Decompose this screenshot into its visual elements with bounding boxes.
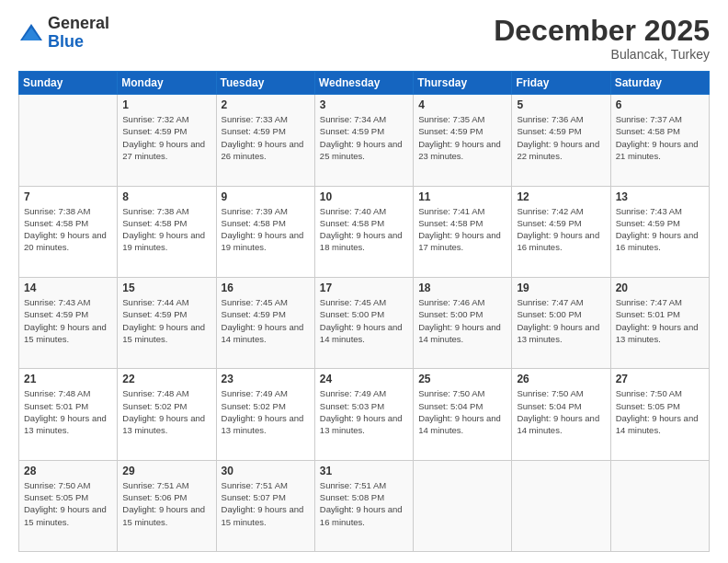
table-row: 8Sunrise: 7:38 AMSunset: 4:58 PMDaylight…: [118, 186, 216, 277]
table-row: [414, 460, 512, 551]
sunrise-text: Sunrise: 7:40 AM: [320, 206, 386, 216]
location-subtitle: Bulancak, Turkey: [494, 47, 710, 62]
day-number: 19: [517, 282, 605, 294]
day-info: Sunrise: 7:48 AMSunset: 5:01 PMDaylight:…: [24, 387, 112, 436]
table-row: 17Sunrise: 7:45 AMSunset: 5:00 PMDayligh…: [314, 277, 413, 368]
logo-icon: [18, 20, 44, 46]
day-number: 21: [24, 373, 112, 385]
day-number: 17: [320, 282, 408, 294]
sunset-text: Sunset: 4:58 PM: [122, 218, 187, 228]
table-row: [19, 95, 118, 186]
table-row: 9Sunrise: 7:39 AMSunset: 4:58 PMDaylight…: [216, 186, 314, 277]
table-row: 29Sunrise: 7:51 AMSunset: 5:06 PMDayligh…: [118, 460, 216, 551]
day-info: Sunrise: 7:47 AMSunset: 5:01 PMDaylight:…: [616, 296, 704, 345]
day-number: 25: [418, 373, 506, 385]
sunrise-text: Sunrise: 7:42 AM: [517, 206, 583, 216]
day-info: Sunrise: 7:36 AMSunset: 4:59 PMDaylight:…: [517, 113, 605, 162]
sunrise-text: Sunrise: 7:45 AM: [320, 297, 386, 307]
sunrise-text: Sunrise: 7:43 AM: [24, 297, 90, 307]
table-row: 11Sunrise: 7:41 AMSunset: 4:58 PMDayligh…: [414, 186, 512, 277]
day-number: 10: [320, 190, 408, 203]
table-row: 7Sunrise: 7:38 AMSunset: 4:58 PMDaylight…: [19, 186, 118, 277]
sunset-text: Sunset: 4:59 PM: [616, 218, 680, 228]
sunset-text: Sunset: 5:01 PM: [24, 401, 88, 411]
day-number: 24: [320, 373, 408, 385]
calendar-header-row: Sunday Monday Tuesday Wednesday Thursday…: [19, 72, 710, 95]
table-row: 23Sunrise: 7:49 AMSunset: 5:02 PMDayligh…: [216, 369, 314, 460]
daylight-text: Daylight: 9 hours and 13 minutes.: [222, 413, 304, 435]
sunrise-text: Sunrise: 7:38 AM: [24, 206, 90, 216]
day-number: 4: [418, 98, 506, 111]
sunrise-text: Sunrise: 7:43 AM: [616, 206, 682, 216]
table-row: 10Sunrise: 7:40 AMSunset: 4:58 PMDayligh…: [314, 186, 413, 277]
sunset-text: Sunset: 5:08 PM: [320, 492, 384, 502]
day-info: Sunrise: 7:47 AMSunset: 5:00 PMDaylight:…: [517, 296, 605, 345]
col-friday: Friday: [512, 72, 610, 95]
sunset-text: Sunset: 5:03 PM: [320, 401, 384, 411]
table-row: 16Sunrise: 7:45 AMSunset: 4:59 PMDayligh…: [216, 277, 314, 368]
day-info: Sunrise: 7:44 AMSunset: 4:59 PMDaylight:…: [122, 296, 210, 345]
daylight-text: Daylight: 9 hours and 13 minutes.: [320, 413, 403, 435]
table-row: 13Sunrise: 7:43 AMSunset: 4:59 PMDayligh…: [610, 186, 709, 277]
daylight-text: Daylight: 9 hours and 15 minutes.: [122, 504, 205, 526]
col-sunday: Sunday: [19, 72, 118, 95]
sunrise-text: Sunrise: 7:50 AM: [418, 388, 484, 398]
table-row: 1Sunrise: 7:32 AMSunset: 4:59 PMDaylight…: [118, 95, 216, 186]
sunset-text: Sunset: 5:00 PM: [517, 309, 581, 319]
sunrise-text: Sunrise: 7:48 AM: [24, 388, 90, 398]
daylight-text: Daylight: 9 hours and 16 minutes.: [320, 504, 403, 526]
table-row: 25Sunrise: 7:50 AMSunset: 5:04 PMDayligh…: [414, 369, 512, 460]
col-tuesday: Tuesday: [216, 72, 314, 95]
logo-blue: Blue: [48, 32, 84, 51]
sunset-text: Sunset: 5:06 PM: [122, 492, 187, 502]
sunset-text: Sunset: 5:00 PM: [320, 309, 384, 319]
day-info: Sunrise: 7:51 AMSunset: 5:06 PMDaylight:…: [122, 479, 210, 528]
daylight-text: Daylight: 9 hours and 13 minutes.: [616, 322, 699, 344]
sunset-text: Sunset: 4:59 PM: [122, 126, 187, 136]
table-row: 22Sunrise: 7:48 AMSunset: 5:02 PMDayligh…: [118, 369, 216, 460]
daylight-text: Daylight: 9 hours and 15 minutes.: [222, 504, 304, 526]
sunset-text: Sunset: 4:59 PM: [320, 126, 384, 136]
table-row: 21Sunrise: 7:48 AMSunset: 5:01 PMDayligh…: [19, 369, 118, 460]
calendar-week-row: 14Sunrise: 7:43 AMSunset: 4:59 PMDayligh…: [19, 277, 710, 368]
sunrise-text: Sunrise: 7:44 AM: [122, 297, 188, 307]
daylight-text: Daylight: 9 hours and 21 minutes.: [616, 139, 699, 161]
daylight-text: Daylight: 9 hours and 14 minutes.: [517, 413, 599, 435]
daylight-text: Daylight: 9 hours and 15 minutes.: [24, 504, 107, 526]
table-row: 4Sunrise: 7:35 AMSunset: 4:59 PMDaylight…: [414, 95, 512, 186]
daylight-text: Daylight: 9 hours and 13 minutes.: [122, 413, 205, 435]
table-row: 26Sunrise: 7:50 AMSunset: 5:04 PMDayligh…: [512, 369, 610, 460]
sunset-text: Sunset: 5:05 PM: [24, 492, 88, 502]
day-info: Sunrise: 7:45 AMSunset: 5:00 PMDaylight:…: [320, 296, 408, 345]
daylight-text: Daylight: 9 hours and 14 minutes.: [320, 322, 403, 344]
day-number: 11: [418, 190, 506, 203]
day-number: 14: [24, 282, 112, 294]
daylight-text: Daylight: 9 hours and 19 minutes.: [222, 230, 304, 252]
sunrise-text: Sunrise: 7:50 AM: [24, 480, 90, 490]
day-number: 5: [517, 98, 605, 111]
calendar-table: Sunday Monday Tuesday Wednesday Thursday…: [18, 71, 710, 552]
day-info: Sunrise: 7:45 AMSunset: 4:59 PMDaylight:…: [222, 296, 310, 345]
day-number: 29: [122, 465, 210, 477]
day-info: Sunrise: 7:50 AMSunset: 5:05 PMDaylight:…: [24, 479, 112, 528]
month-title: December 2025: [494, 15, 710, 47]
day-info: Sunrise: 7:32 AMSunset: 4:59 PMDaylight:…: [122, 113, 210, 162]
calendar-week-row: 28Sunrise: 7:50 AMSunset: 5:05 PMDayligh…: [19, 460, 710, 551]
day-info: Sunrise: 7:50 AMSunset: 5:05 PMDaylight:…: [616, 387, 704, 436]
sunrise-text: Sunrise: 7:50 AM: [517, 388, 583, 398]
day-number: 12: [517, 190, 605, 203]
day-number: 28: [24, 465, 112, 477]
col-wednesday: Wednesday: [314, 72, 413, 95]
sunrise-text: Sunrise: 7:49 AM: [222, 388, 288, 398]
sunrise-text: Sunrise: 7:41 AM: [418, 206, 484, 216]
table-row: 28Sunrise: 7:50 AMSunset: 5:05 PMDayligh…: [19, 460, 118, 551]
day-number: 20: [616, 282, 704, 294]
sunset-text: Sunset: 5:07 PM: [222, 492, 286, 502]
day-info: Sunrise: 7:49 AMSunset: 5:03 PMDaylight:…: [320, 387, 408, 436]
daylight-text: Daylight: 9 hours and 27 minutes.: [122, 139, 205, 161]
daylight-text: Daylight: 9 hours and 15 minutes.: [24, 322, 107, 344]
day-info: Sunrise: 7:38 AMSunset: 4:58 PMDaylight:…: [24, 205, 112, 254]
sunrise-text: Sunrise: 7:51 AM: [320, 480, 386, 490]
sunset-text: Sunset: 5:04 PM: [418, 401, 483, 411]
daylight-text: Daylight: 9 hours and 14 minutes.: [418, 413, 501, 435]
